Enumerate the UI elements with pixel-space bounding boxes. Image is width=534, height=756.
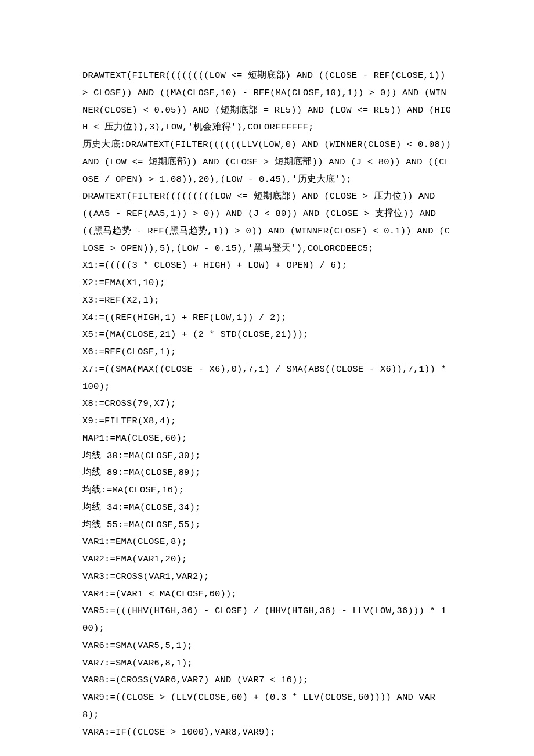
code-line: X3:=REF(X2,1); (82, 292, 452, 309)
code-line: X5:=(MA(CLOSE,21) + (2 * STD(CLOSE,21)))… (82, 326, 452, 344)
code-block: DRAWTEXT(FILTER((((((((LOW <= 短期底部) AND … (82, 67, 452, 741)
code-line: 均线 89:=MA(CLOSE,89); (82, 465, 452, 482)
code-line: DRAWTEXT(FILTER((((((((LOW <= 短期底部) AND … (82, 67, 452, 136)
code-line: X9:=FILTER(X8,4); (82, 413, 452, 430)
code-line: X8:=CROSS(79,X7); (82, 395, 452, 413)
code-line: VARA:=IF((CLOSE > 1000),VAR8,VAR9); (82, 724, 452, 741)
code-line: VAR8:=(CROSS(VAR6,VAR7) AND (VAR7 < 16))… (82, 672, 452, 689)
code-line: 历史大底:DRAWTEXT(FILTER((((((LLV(LOW,0) AND… (82, 136, 452, 188)
code-line: X2:=EMA(X1,10); (82, 275, 452, 292)
code-line: X4:=((REF(HIGH,1) + REF(LOW,1)) / 2); (82, 309, 452, 327)
code-line: X6:=REF(CLOSE,1); (82, 344, 452, 361)
code-line: VAR9:=((CLOSE > (LLV(CLOSE,60) + (0.3 * … (82, 689, 452, 724)
code-line: 均线:=MA(CLOSE,16); (82, 482, 452, 499)
code-line: DRAWTEXT(FILTER(((((((((LOW <= 短期底部) AND… (82, 188, 452, 257)
code-line: VAR4:=(VAR1 < MA(CLOSE,60)); (82, 586, 452, 603)
code-line: 均线 34:=MA(CLOSE,34); (82, 499, 452, 517)
code-line: VAR3:=CROSS(VAR1,VAR2); (82, 568, 452, 586)
code-line: VAR5:=(((HHV(HIGH,36) - CLOSE) / (HHV(HI… (82, 603, 452, 638)
code-line: X7:=((SMA(MAX((CLOSE - X6),0),7,1) / SMA… (82, 361, 452, 396)
code-line: VAR7:=SMA(VAR6,8,1); (82, 655, 452, 672)
code-line: VAR6:=SMA(VAR5,5,1); (82, 638, 452, 655)
document-page: DRAWTEXT(FILTER((((((((LOW <= 短期底部) AND … (0, 0, 534, 756)
code-line: 均线 55:=MA(CLOSE,55); (82, 517, 452, 534)
code-line: VAR2:=EMA(VAR1,20); (82, 551, 452, 568)
code-line: 均线 30:=MA(CLOSE,30); (82, 448, 452, 465)
code-line: VAR1:=EMA(CLOSE,8); (82, 534, 452, 551)
code-line: MAP1:=MA(CLOSE,60); (82, 430, 452, 448)
code-line: X1:=(((((3 * CLOSE) + HIGH) + LOW) + OPE… (82, 257, 452, 275)
